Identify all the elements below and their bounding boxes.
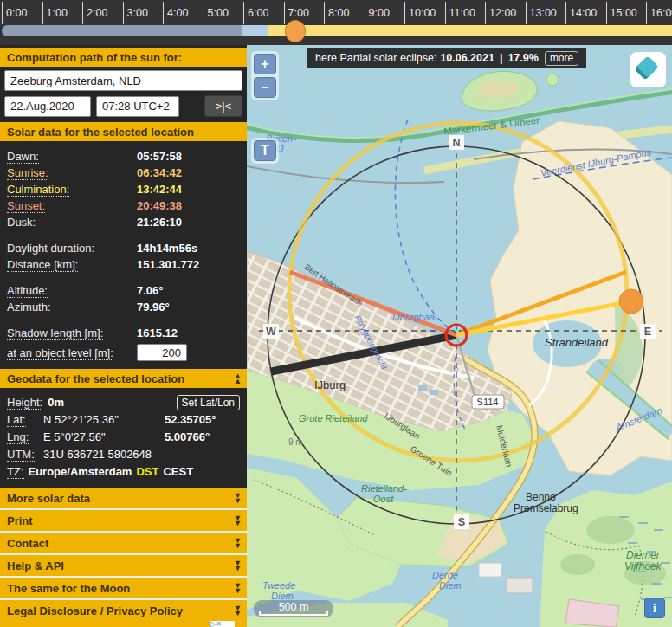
- dst-badge: DST: [136, 463, 158, 481]
- accordion-print[interactable]: Print: [0, 510, 247, 533]
- svg-text:N: N: [452, 137, 460, 149]
- suncalc-app: 0:00 1:00 2:00 3:00 4:00 5:00 6:00 7:00 …: [0, 0, 672, 627]
- computation-header: Computation path of the sun for:: [0, 48, 247, 67]
- time-slider-bar[interactable]: 0:00 1:00 2:00 3:00 4:00 5:00 6:00 7:00 …: [0, 0, 672, 45]
- label-strandeiland: Strandeiland: [545, 336, 609, 349]
- object-level-input[interactable]: [137, 344, 187, 361]
- hour-label: 13:00: [530, 7, 557, 19]
- zoom-controls: + −: [251, 51, 279, 100]
- tz-row: TZ: Europe/Amsterdam DST CEST: [0, 463, 247, 481]
- scale-bar: 500 m: [254, 600, 333, 617]
- sunrise-value: 06:34:42: [137, 165, 182, 181]
- compass-south: S: [454, 514, 469, 529]
- eclipse-banner: here Partial solar eclipse: 10.06.2021 |…: [307, 48, 586, 68]
- road-shield-s114: S114: [472, 395, 504, 409]
- hour-label: 14:00: [570, 7, 597, 19]
- accordion-more-solar-data[interactable]: More solar data: [0, 488, 247, 510]
- hour-label: 3:00: [127, 7, 148, 19]
- ad-close-icon[interactable]: ✕: [216, 621, 222, 627]
- location-input[interactable]: [4, 70, 242, 91]
- svg-text:S: S: [458, 516, 465, 528]
- more-button[interactable]: more: [545, 51, 578, 66]
- height-row: Height: 0m Set Lat/Lon: [0, 394, 247, 411]
- solar-row-dawn: Dawn: 05:57:58: [0, 148, 247, 165]
- solar-row-sunset: Sunset: 20:49:38: [0, 197, 247, 214]
- time-slider-handle[interactable]: [285, 20, 306, 42]
- hour-label: 2:00: [87, 7, 107, 19]
- sun-disc[interactable]: [619, 289, 643, 314]
- hour-label: 1:00: [47, 7, 68, 19]
- lng-row: Lng: E 5°0'27.56" 5.00766°: [0, 429, 247, 446]
- label-elevation: 9 m: [288, 437, 303, 447]
- compass-east: E: [640, 324, 656, 339]
- label-rieteiland-oost: Rieteiland-: [361, 483, 407, 494]
- solar-row-culmination: Culmination: 13:42:44: [0, 181, 247, 197]
- svg-text:E: E: [644, 326, 651, 338]
- label-tweede-diem: Tweede: [262, 580, 295, 591]
- accordion-legal[interactable]: Legal Disclosure / Privacy Policy: [0, 600, 247, 623]
- date-input[interactable]: [4, 96, 91, 117]
- compass-north: N: [449, 135, 464, 150]
- geodata-header[interactable]: Geodata for the selected location: [0, 369, 247, 388]
- night-segment: [2, 25, 242, 36]
- chevron-down-icon: [236, 538, 240, 548]
- chevron-down-icon: [236, 493, 240, 503]
- hour-label: 5:00: [208, 7, 229, 19]
- twilight-segment: [242, 25, 268, 36]
- utm-row: UTM: 31U 636721 5802648: [0, 446, 247, 463]
- time-track[interactable]: [2, 25, 672, 36]
- label-grote-rieteiland: Grote Rieteiland: [299, 413, 368, 423]
- label-benno: Benno: [526, 491, 556, 503]
- hour-label: 12:00: [489, 7, 516, 19]
- svg-text:Diem: Diem: [439, 580, 462, 591]
- hour-label: 8:00: [328, 7, 349, 19]
- set-latlon-button[interactable]: Set Lat/Lon: [177, 395, 240, 410]
- distance-row: Distance [km]: 151.301.772: [0, 256, 247, 273]
- hour-label: 15:00: [611, 7, 637, 19]
- terrain-button[interactable]: T: [254, 140, 276, 161]
- hour-label: 4:00: [167, 7, 188, 19]
- time-input[interactable]: [96, 96, 179, 117]
- solar-row-dusk: Dusk: 21:26:10: [0, 214, 247, 230]
- zoom-in-button[interactable]: +: [254, 54, 276, 74]
- attribution-info-button[interactable]: i: [644, 598, 665, 618]
- chevron-down-icon: [236, 605, 240, 616]
- day-segment: [268, 25, 672, 36]
- azimuth-row: Azimuth: 79.96°: [0, 299, 247, 315]
- zoom-out-button[interactable]: −: [254, 77, 276, 98]
- hour-label: 11:00: [449, 7, 475, 19]
- hour-scale: 0:00 1:00 2:00 3:00 4:00 5:00 6:00 7:00 …: [2, 2, 672, 24]
- hour-label: 10:00: [409, 7, 436, 19]
- svg-text:Oost: Oost: [373, 494, 394, 504]
- chevron-down-icon: [236, 560, 240, 571]
- label-diemer-vijfhoek: Diemer: [626, 549, 661, 561]
- accordion-contact[interactable]: Contact: [0, 533, 247, 555]
- accordion-help-api[interactable]: Help & API: [0, 555, 247, 578]
- svg-text:S114: S114: [477, 397, 499, 407]
- hour-label: 9:00: [369, 7, 390, 19]
- lat-row: Lat: N 52°21'25.36" 52.35705°: [0, 411, 247, 429]
- shadow-length-row: Shadow length [m]: 1615.12: [0, 325, 247, 341]
- altitude-row: Altitude: 7.06°: [0, 282, 247, 299]
- hour-label: 6:00: [248, 7, 268, 19]
- hour-label: 0:00: [6, 7, 27, 19]
- sidebar: Computation path of the sun for: >|< Sol…: [0, 45, 247, 627]
- chevron-down-icon: [236, 583, 240, 593]
- svg-text:W: W: [266, 326, 276, 338]
- solar-row-sunrise: Sunrise: 06:34:42: [0, 165, 247, 181]
- svg-text:Vijfhoek: Vijfhoek: [624, 560, 662, 572]
- solar-data-header: Solar data for the selected location: [0, 122, 247, 141]
- accordion-moon[interactable]: The same for the Moon: [0, 578, 247, 600]
- layers-button[interactable]: [630, 52, 666, 87]
- label-ijburgbaai: IJburgbaai: [392, 312, 437, 322]
- collapse-up-icon[interactable]: [236, 373, 240, 384]
- map-canvas[interactable]: N E S W S114 Buiten- IJ: [247, 45, 672, 627]
- culmination-value: 13:42:44: [137, 181, 182, 197]
- label-ijburg: IJburg: [314, 378, 346, 391]
- map-svg[interactable]: N E S W S114 Buiten- IJ: [247, 45, 672, 627]
- ad-banner-edge: ▷ ✕: [0, 621, 247, 627]
- compass-west: W: [263, 324, 279, 339]
- terrain-control: T: [251, 138, 279, 164]
- svg-text:Premselabrug: Premselabrug: [514, 502, 578, 514]
- center-time-button[interactable]: >|<: [204, 95, 242, 117]
